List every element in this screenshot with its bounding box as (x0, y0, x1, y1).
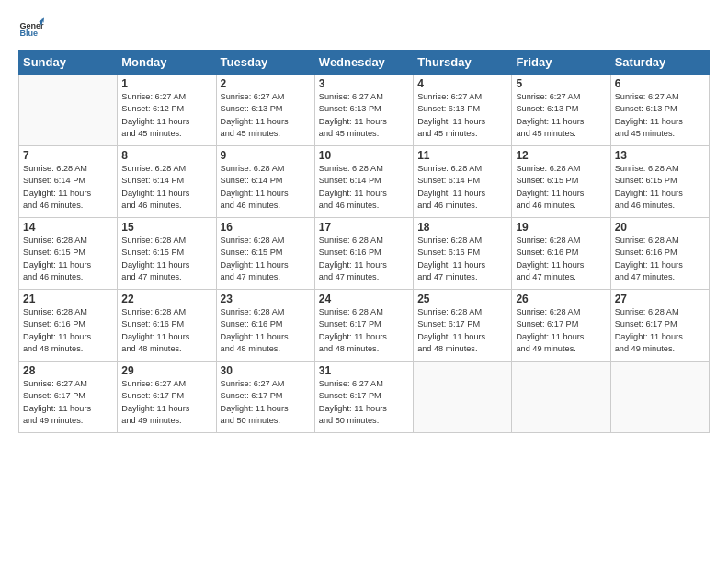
day-number: 17 (319, 221, 409, 234)
day-info: Sunrise: 6:28 AM Sunset: 6:15 PM Dayligh… (23, 235, 113, 283)
day-number: 22 (121, 293, 211, 305)
calendar-day: 11Sunrise: 6:28 AM Sunset: 6:14 PM Dayli… (414, 146, 512, 218)
day-number: 15 (121, 221, 211, 234)
day-info: Sunrise: 6:28 AM Sunset: 6:16 PM Dayligh… (516, 235, 606, 283)
calendar-day: 25Sunrise: 6:28 AM Sunset: 6:17 PM Dayli… (414, 290, 512, 362)
calendar-day: 26Sunrise: 6:28 AM Sunset: 6:17 PM Dayli… (512, 290, 610, 362)
day-info: Sunrise: 6:28 AM Sunset: 6:14 PM Dayligh… (221, 163, 311, 212)
calendar-day: 14Sunrise: 6:28 AM Sunset: 6:15 PM Dayli… (19, 218, 118, 290)
calendar-day: 28Sunrise: 6:27 AM Sunset: 6:17 PM Dayli… (19, 362, 118, 433)
day-info: Sunrise: 6:28 AM Sunset: 6:16 PM Dayligh… (23, 306, 113, 355)
day-number: 3 (319, 77, 409, 90)
weekday-header-row: SundayMondayTuesdayWednesdayThursdayFrid… (19, 51, 710, 75)
day-number: 8 (121, 149, 211, 162)
calendar-day: 6Sunrise: 6:27 AM Sunset: 6:13 PM Daylig… (610, 75, 709, 146)
day-number: 16 (221, 221, 311, 234)
logo-icon: General Blue (18, 17, 44, 42)
calendar-day: 5Sunrise: 6:27 AM Sunset: 6:13 PM Daylig… (512, 75, 610, 146)
day-number: 27 (615, 293, 705, 305)
header-row: General Blue (18, 17, 710, 42)
day-number: 10 (319, 149, 409, 162)
day-info: Sunrise: 6:28 AM Sunset: 6:17 PM Dayligh… (516, 306, 606, 355)
day-info: Sunrise: 6:28 AM Sunset: 6:15 PM Dayligh… (516, 163, 606, 212)
day-info: Sunrise: 6:27 AM Sunset: 6:13 PM Dayligh… (319, 91, 409, 140)
day-number: 2 (221, 77, 311, 90)
day-number: 29 (121, 364, 211, 377)
day-info: Sunrise: 6:27 AM Sunset: 6:13 PM Dayligh… (417, 91, 507, 140)
day-info: Sunrise: 6:28 AM Sunset: 6:17 PM Dayligh… (319, 306, 409, 355)
day-number: 26 (516, 293, 606, 305)
calendar-day: 17Sunrise: 6:28 AM Sunset: 6:16 PM Dayli… (314, 218, 413, 290)
day-info: Sunrise: 6:28 AM Sunset: 6:14 PM Dayligh… (417, 163, 507, 212)
day-number: 14 (23, 221, 113, 234)
day-info: Sunrise: 6:27 AM Sunset: 6:17 PM Dayligh… (23, 378, 113, 427)
day-info: Sunrise: 6:28 AM Sunset: 6:14 PM Dayligh… (319, 163, 409, 212)
day-info: Sunrise: 6:28 AM Sunset: 6:17 PM Dayligh… (417, 306, 507, 355)
day-number: 11 (417, 149, 507, 162)
calendar-day: 30Sunrise: 6:27 AM Sunset: 6:17 PM Dayli… (216, 362, 314, 433)
day-info: Sunrise: 6:27 AM Sunset: 6:13 PM Dayligh… (221, 91, 311, 140)
day-info: Sunrise: 6:28 AM Sunset: 6:16 PM Dayligh… (615, 235, 705, 283)
weekday-header-saturday: Saturday (610, 51, 709, 75)
day-info: Sunrise: 6:27 AM Sunset: 6:13 PM Dayligh… (516, 91, 606, 140)
day-number: 23 (221, 293, 311, 305)
day-info: Sunrise: 6:28 AM Sunset: 6:16 PM Dayligh… (121, 306, 211, 355)
calendar-day: 23Sunrise: 6:28 AM Sunset: 6:16 PM Dayli… (216, 290, 314, 362)
day-info: Sunrise: 6:28 AM Sunset: 6:15 PM Dayligh… (615, 163, 705, 212)
day-number: 31 (319, 364, 409, 377)
day-number: 4 (417, 77, 507, 90)
day-info: Sunrise: 6:27 AM Sunset: 6:17 PM Dayligh… (319, 378, 409, 427)
page-container: General Blue SundayMondayTuesdayWednesda… (0, 0, 728, 442)
day-info: Sunrise: 6:27 AM Sunset: 6:17 PM Dayligh… (221, 378, 311, 427)
calendar-day: 18Sunrise: 6:28 AM Sunset: 6:16 PM Dayli… (414, 218, 512, 290)
calendar-day: 21Sunrise: 6:28 AM Sunset: 6:16 PM Dayli… (19, 290, 118, 362)
calendar-week-1: 1Sunrise: 6:27 AM Sunset: 6:12 PM Daylig… (19, 75, 710, 146)
day-number: 24 (319, 293, 409, 305)
calendar-day: 1Sunrise: 6:27 AM Sunset: 6:12 PM Daylig… (118, 75, 216, 146)
calendar-week-5: 28Sunrise: 6:27 AM Sunset: 6:17 PM Dayli… (19, 362, 710, 433)
calendar-day: 29Sunrise: 6:27 AM Sunset: 6:17 PM Dayli… (118, 362, 216, 433)
day-number: 30 (221, 364, 311, 377)
weekday-header-monday: Monday (118, 51, 216, 75)
day-number: 5 (516, 77, 606, 90)
day-info: Sunrise: 6:28 AM Sunset: 6:14 PM Dayligh… (23, 163, 113, 212)
day-info: Sunrise: 6:28 AM Sunset: 6:15 PM Dayligh… (121, 235, 211, 283)
calendar-day: 7Sunrise: 6:28 AM Sunset: 6:14 PM Daylig… (19, 146, 118, 218)
day-number: 1 (121, 77, 211, 90)
calendar-day (414, 362, 512, 433)
day-info: Sunrise: 6:28 AM Sunset: 6:17 PM Dayligh… (615, 306, 705, 355)
calendar-day: 10Sunrise: 6:28 AM Sunset: 6:14 PM Dayli… (314, 146, 413, 218)
calendar-day: 16Sunrise: 6:28 AM Sunset: 6:15 PM Dayli… (216, 218, 314, 290)
weekday-header-wednesday: Wednesday (314, 51, 413, 75)
calendar-day: 27Sunrise: 6:28 AM Sunset: 6:17 PM Dayli… (610, 290, 709, 362)
day-number: 12 (516, 149, 606, 162)
calendar-week-4: 21Sunrise: 6:28 AM Sunset: 6:16 PM Dayli… (19, 290, 710, 362)
calendar-week-2: 7Sunrise: 6:28 AM Sunset: 6:14 PM Daylig… (19, 146, 710, 218)
calendar-day: 15Sunrise: 6:28 AM Sunset: 6:15 PM Dayli… (118, 218, 216, 290)
day-number: 28 (23, 364, 113, 377)
calendar-day: 12Sunrise: 6:28 AM Sunset: 6:15 PM Dayli… (512, 146, 610, 218)
calendar-day (19, 75, 118, 146)
day-number: 20 (615, 221, 705, 234)
day-info: Sunrise: 6:28 AM Sunset: 6:14 PM Dayligh… (121, 163, 211, 212)
day-number: 21 (23, 293, 113, 305)
calendar-week-3: 14Sunrise: 6:28 AM Sunset: 6:15 PM Dayli… (19, 218, 710, 290)
day-info: Sunrise: 6:27 AM Sunset: 6:13 PM Dayligh… (615, 91, 705, 140)
calendar-day: 2Sunrise: 6:27 AM Sunset: 6:13 PM Daylig… (216, 75, 314, 146)
calendar-table: SundayMondayTuesdayWednesdayThursdayFrid… (18, 50, 710, 433)
calendar-day: 22Sunrise: 6:28 AM Sunset: 6:16 PM Dayli… (118, 290, 216, 362)
calendar-day: 19Sunrise: 6:28 AM Sunset: 6:16 PM Dayli… (512, 218, 610, 290)
calendar-day: 31Sunrise: 6:27 AM Sunset: 6:17 PM Dayli… (314, 362, 413, 433)
day-info: Sunrise: 6:28 AM Sunset: 6:16 PM Dayligh… (417, 235, 507, 283)
weekday-header-friday: Friday (512, 51, 610, 75)
calendar-day: 8Sunrise: 6:28 AM Sunset: 6:14 PM Daylig… (118, 146, 216, 218)
calendar-day (512, 362, 610, 433)
weekday-header-tuesday: Tuesday (216, 51, 314, 75)
day-info: Sunrise: 6:27 AM Sunset: 6:17 PM Dayligh… (121, 378, 211, 427)
calendar-day: 9Sunrise: 6:28 AM Sunset: 6:14 PM Daylig… (216, 146, 314, 218)
calendar-day (610, 362, 709, 433)
weekday-header-sunday: Sunday (19, 51, 118, 75)
calendar-day: 24Sunrise: 6:28 AM Sunset: 6:17 PM Dayli… (314, 290, 413, 362)
day-number: 18 (417, 221, 507, 234)
weekday-header-thursday: Thursday (414, 51, 512, 75)
